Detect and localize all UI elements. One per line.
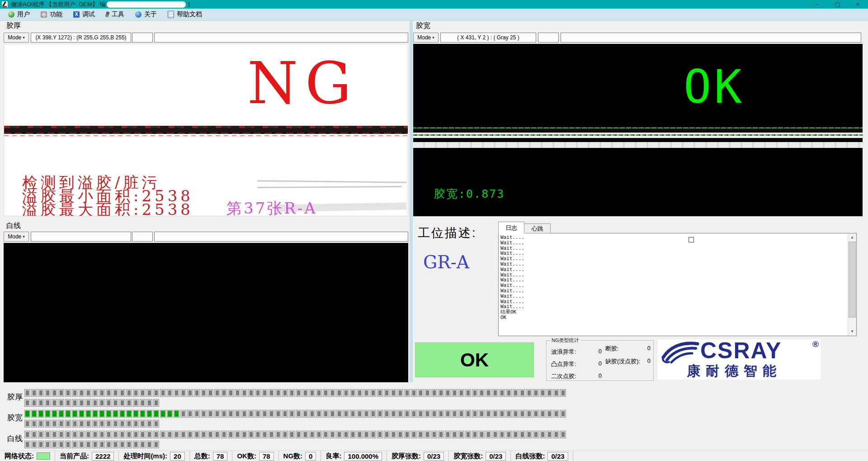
ng-stat-value: 0 <box>599 348 602 356</box>
image-view-baixian[interactable] <box>4 243 408 382</box>
log-listbox[interactable]: Wait....Wait....Wait....Wait....Wait....… <box>498 233 857 336</box>
glue-strip-band <box>4 128 408 133</box>
indicator-cell <box>465 431 471 438</box>
indicator-cell <box>167 389 173 397</box>
log-scrollbar[interactable]: ▲ ▼ <box>848 233 856 336</box>
log-line: Wait.... <box>500 240 524 246</box>
tab-log[interactable]: 日志 <box>498 222 524 233</box>
indicator-cell <box>133 410 139 418</box>
indicator-cell <box>519 410 525 418</box>
indicator-cell <box>153 420 159 428</box>
menu-bar: 用户功能调试工具关于帮助文档 <box>0 9 868 21</box>
indicator-cell <box>58 420 64 428</box>
indicator-cell <box>547 389 552 397</box>
indicator-cell <box>499 431 505 438</box>
indicator-row <box>24 399 159 407</box>
image-view-jiaohou[interactable]: NG 检测到溢胶/脏污 溢胶最小面积:2538 溢胶最大面积:2538 第37张… <box>4 44 408 216</box>
indicator-cell <box>445 431 451 438</box>
indicator-cell <box>309 389 315 397</box>
scroll-down-icon[interactable]: ▼ <box>848 328 856 336</box>
indicator-cell <box>330 431 335 438</box>
menu-item-user[interactable]: 用户 <box>3 9 35 20</box>
tab-heartbeat[interactable]: 心跳 <box>524 223 551 233</box>
indicator-cell <box>492 431 498 438</box>
mode-dropdown-jiaokuan[interactable]: Mode <box>413 33 439 43</box>
indicator-cell <box>411 410 417 418</box>
indicator-cell <box>79 431 85 438</box>
mode-dropdown-baixian[interactable]: Mode <box>4 232 29 242</box>
ng-stats-groupbox: NG类型统计 波浪异常:0凸点异常:0二次点胶:0 断胶:0缺胶(没点胶):0 <box>546 340 654 381</box>
status-group: 总数:78 <box>190 451 233 461</box>
indicator-cell <box>269 410 274 418</box>
indicator-cell <box>174 410 179 418</box>
glue-width-readout: 胶宽:0.873 <box>434 186 505 201</box>
indicator-cell <box>146 410 152 418</box>
indicator-cell <box>519 389 525 397</box>
indicator-cell <box>445 410 451 418</box>
indicator-cell <box>72 431 78 438</box>
indicator-cell <box>506 431 512 438</box>
scroll-up-icon[interactable]: ▲ <box>848 233 856 242</box>
indicator-cell <box>513 410 519 418</box>
menu-item-gear[interactable]: 功能 <box>35 9 68 20</box>
status-group: 白线张数:0/23 <box>511 451 573 461</box>
indicator-cell <box>330 410 335 418</box>
indicator-cell <box>52 399 57 407</box>
indicator-cell <box>85 399 91 407</box>
indicator-cell <box>85 441 91 448</box>
log-line: Wait.... <box>500 288 524 294</box>
minimize-button[interactable]: – <box>807 0 827 9</box>
indicator-cell <box>167 431 173 438</box>
indicator-row <box>24 431 566 438</box>
image-view-jiaokuan[interactable]: OK 胶宽:0.873 <box>413 44 863 216</box>
scrollbar-thumb[interactable] <box>849 242 856 318</box>
indicator-cell <box>526 410 532 418</box>
indicator-cell <box>99 399 105 407</box>
indicator-cell <box>153 410 159 418</box>
log-checkbox[interactable] <box>689 237 694 242</box>
indicator-cell <box>208 431 213 438</box>
indicator-cell <box>255 431 261 438</box>
indicator-cell <box>119 431 125 438</box>
indicator-cell <box>65 431 71 438</box>
status-value: 0/23 <box>424 452 444 461</box>
indicator-cell <box>547 410 552 418</box>
indicator-cell <box>431 389 437 397</box>
mode-dropdown-jiaohou[interactable]: Mode <box>4 33 29 43</box>
indicator-cell <box>126 441 132 448</box>
ng-stat-label: 断胶: <box>605 345 619 353</box>
indicator-cell <box>458 431 464 438</box>
indicator-cell <box>492 389 498 397</box>
indicator-row <box>24 441 159 448</box>
indicator-cell <box>31 431 37 438</box>
close-button[interactable]: × <box>848 0 868 9</box>
small-field-jiaohou <box>132 33 153 43</box>
network-status-led <box>37 452 50 460</box>
maximize-button[interactable]: ▢ <box>827 0 848 9</box>
window-title-text: 侧涂AOI程序 【当前用户: OEM】 编 <box>11 0 105 9</box>
status-label: OK数: <box>237 452 256 461</box>
menu-item-help[interactable]: 帮助文档 <box>162 9 208 20</box>
indicator-cell <box>458 410 464 418</box>
indicator-cell <box>31 420 37 428</box>
indicator-cell <box>113 441 118 448</box>
tool-icon <box>105 11 109 18</box>
indicator-cell <box>323 389 329 397</box>
indicator-cell <box>296 431 302 438</box>
indicator-cell <box>330 389 335 397</box>
menu-item-tool[interactable]: 工具 <box>100 9 130 20</box>
panel-title-jiaohou: 胶厚 <box>6 21 21 31</box>
status-value: 0/23 <box>547 452 568 461</box>
indicator-cell <box>275 410 281 418</box>
indicator-cell <box>38 420 44 428</box>
menu-item-about[interactable]: 关于 <box>130 9 162 20</box>
status-value: 0 <box>305 452 316 461</box>
overall-result-button[interactable]: OK <box>415 342 534 377</box>
gray-smudge <box>257 186 402 188</box>
status-group: NG数:0 <box>279 451 321 461</box>
indicator-cell <box>119 410 125 418</box>
indicator-cell <box>384 410 390 418</box>
small-field-jiaokuan <box>538 33 559 43</box>
indicator-cell <box>438 389 444 397</box>
menu-item-debug[interactable]: 调试 <box>68 9 100 20</box>
